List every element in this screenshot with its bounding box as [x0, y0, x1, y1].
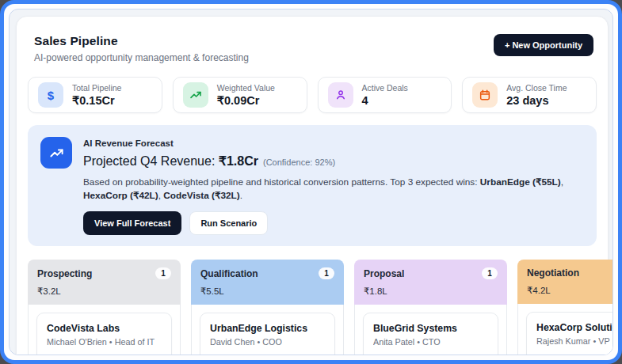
stat-text: Avg. Close Time 23 days [506, 83, 567, 107]
forecast-headline-prefix: Projected Q4 Revenue: [83, 154, 219, 168]
deal-card[interactable]: HexaCorp Solutions Rajesh Kumar • VP Eng… [526, 312, 613, 355]
stat-value: 4 [362, 94, 408, 107]
column-count-badge: 1 [319, 267, 334, 279]
forecast-confidence: (Confidence: 92%) [263, 157, 335, 167]
stat-card-avg-close-time: Avg. Close Time 23 days [462, 77, 597, 113]
stat-text: Active Deals 4 [362, 83, 408, 107]
column-total: ₹4.2L [527, 285, 613, 296]
forecast-desc-end: . [240, 190, 242, 201]
page-header-text: Sales Pipeline AI-powered opportunity ma… [34, 34, 249, 63]
forecast-description: Based on probability-weighted pipeline a… [83, 176, 582, 203]
deal-contact: Rajesh Kumar • VP Engineering [536, 336, 613, 346]
deal-company: HexaCorp Solutions [536, 322, 613, 333]
column-title: Qualification [200, 268, 258, 279]
stats-row: $ Total Pipeline ₹0.15Cr Weighted Value … [28, 77, 597, 113]
forecast-actions: View Full Forecast Run Scenario [83, 211, 582, 235]
stat-label: Weighted Value [217, 83, 275, 93]
column-total: ₹5.5L [200, 286, 334, 297]
deal-contact: Anita Patel • CTO [373, 337, 488, 347]
forecast-win-2: HexaCorp (₹42L) [83, 190, 158, 201]
pipeline-column-qualification: Qualification 1 ₹5.5L UrbanEdge Logistic… [191, 260, 344, 355]
column-header: Prospecting 1 ₹3.2L [28, 260, 181, 305]
dollar-icon: $ [38, 82, 63, 108]
stat-value: 23 days [506, 94, 567, 107]
stat-label: Avg. Close Time [506, 83, 567, 93]
forecast-title: AI Revenue Forecast [83, 137, 582, 148]
user-icon [328, 82, 353, 108]
forecast-headline-value: ₹1.8Cr [219, 154, 258, 168]
column-count-badge: 1 [155, 267, 171, 279]
deal-company: UrbanEdge Logistics [210, 323, 325, 334]
column-total: ₹3.2L [37, 286, 171, 297]
forecast-win-1: UrbanEdge (₹55L) [480, 176, 561, 188]
column-title: Negotiation [527, 267, 579, 279]
column-body: BlueGrid Systems Anita Patel • CTO Amoun… [354, 305, 507, 355]
trending-up-icon [183, 82, 208, 108]
column-total: ₹1.8L [364, 286, 498, 297]
forecast-trending-up-icon [40, 137, 72, 169]
stat-text: Total Pipeline ₹0.15Cr [72, 83, 121, 107]
forecast-headline: Projected Q4 Revenue: ₹1.8Cr(Confidence:… [83, 154, 582, 169]
deal-contact: David Chen • COO [210, 337, 325, 347]
deal-card[interactable]: BlueGrid Systems Anita Patel • CTO Amoun… [363, 313, 498, 355]
forecast-desc-lead: Based on probability-weighted pipeline a… [83, 176, 480, 188]
deal-card[interactable]: UrbanEdge Logistics David Chen • COO Amo… [200, 313, 335, 355]
column-header: Negotiation ₹4.2L [517, 260, 613, 304]
deal-company: CodeVista Labs [47, 323, 162, 334]
app-frame: Sales Pipeline AI-powered opportunity ma… [0, 0, 622, 364]
pipeline-column-negotiation: Negotiation ₹4.2L HexaCorp Solutions Raj… [517, 260, 613, 355]
forecast-content: AI Revenue Forecast Projected Q4 Revenue… [83, 137, 582, 235]
ai-forecast-banner: AI Revenue Forecast Projected Q4 Revenue… [28, 125, 597, 246]
view-full-forecast-button[interactable]: View Full Forecast [83, 211, 181, 235]
deal-card[interactable]: CodeVista Labs Michael O'Brien • Head of… [36, 313, 172, 355]
stat-label: Active Deals [362, 83, 408, 93]
page-header: Sales Pipeline AI-powered opportunity ma… [28, 28, 597, 63]
column-body: CodeVista Labs Michael O'Brien • Head of… [28, 305, 181, 355]
page-title: Sales Pipeline [34, 34, 249, 48]
stat-text: Weighted Value ₹0.09Cr [217, 83, 275, 107]
page-subtitle: AI-powered opportunity management & fore… [34, 52, 249, 63]
column-body: HexaCorp Solutions Rajesh Kumar • VP Eng… [517, 304, 613, 355]
run-scenario-button[interactable]: Run Scenario [189, 211, 268, 235]
stat-value: ₹0.15Cr [72, 94, 121, 107]
column-body: UrbanEdge Logistics David Chen • COO Amo… [191, 305, 344, 355]
pipeline-column-prospecting: Prospecting 1 ₹3.2L CodeVista Labs Micha… [28, 260, 181, 355]
pipeline-board: Prospecting 1 ₹3.2L CodeVista Labs Micha… [28, 260, 597, 355]
pipeline-column-proposal: Proposal 1 ₹1.8L BlueGrid Systems Anita … [354, 260, 507, 355]
stat-label: Total Pipeline [72, 83, 121, 93]
forecast-desc-sep: , [561, 176, 563, 188]
column-title: Proposal [364, 268, 404, 279]
app-background: Sales Pipeline AI-powered opportunity ma… [9, 9, 613, 355]
forecast-win-3: CodeVista (₹32L) [163, 190, 239, 201]
column-title: Prospecting [37, 268, 92, 279]
stat-value: ₹0.09Cr [217, 94, 275, 107]
column-header: Proposal 1 ₹1.8L [354, 260, 507, 305]
column-header: Qualification 1 ₹5.5L [191, 260, 344, 305]
stat-card-total-pipeline: $ Total Pipeline ₹0.15Cr [28, 77, 162, 113]
calendar-icon [472, 82, 498, 108]
deal-company: BlueGrid Systems [373, 323, 488, 334]
deal-contact: Michael O'Brien • Head of IT [47, 337, 162, 347]
column-count-badge: 1 [482, 267, 498, 279]
new-opportunity-button[interactable]: + New Opportunity [494, 34, 593, 56]
sales-pipeline-panel: Sales Pipeline AI-powered opportunity ma… [16, 16, 609, 355]
stat-card-active-deals: Active Deals 4 [318, 77, 452, 113]
stat-card-weighted-value: Weighted Value ₹0.09Cr [173, 77, 307, 113]
